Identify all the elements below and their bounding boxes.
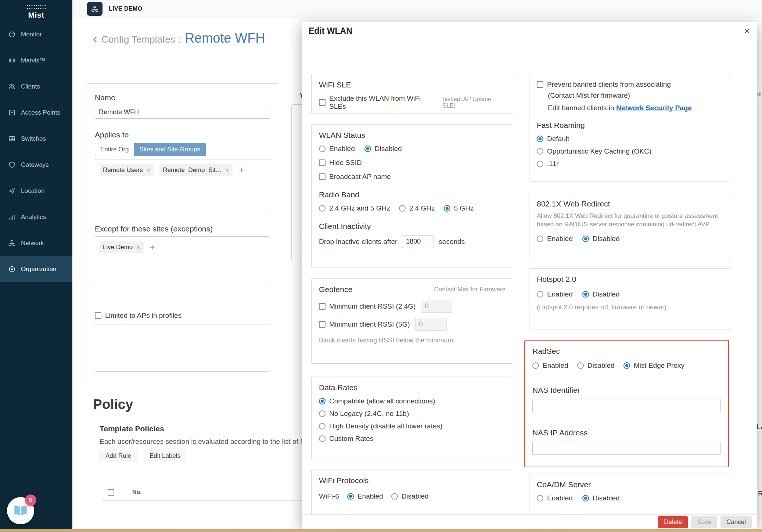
exceptions-box: Live Demo × + [95, 236, 270, 285]
mist-logo-dots [26, 4, 46, 9]
wifi6-enabled-radio[interactable]: Enabled [347, 492, 383, 500]
prevent-banned-checkbox[interactable]: Prevent banned clients from associating [537, 80, 722, 89]
name-input[interactable] [95, 106, 270, 119]
breadcrumb-back-chevron[interactable]: ‹ [93, 31, 97, 46]
organization-icon [8, 265, 16, 273]
policy-title: Policy [93, 397, 133, 412]
option-label: No Legacy (2.4G, no 11b) [329, 410, 409, 418]
access-points-icon [8, 109, 16, 116]
hotspot-enabled-radio[interactable]: Enabled [537, 290, 573, 298]
option-label: Disabled [375, 145, 402, 153]
sidebar-item-network[interactable]: Network [0, 230, 72, 256]
hide-ssid-checkbox[interactable]: Hide SSID [319, 159, 506, 167]
sidebar-item-monitor[interactable]: Monitor [0, 21, 72, 47]
edit-labels-button[interactable]: Edit Labels [144, 450, 186, 462]
fast-roaming-okc-radio[interactable]: Opportunistic Key Caching (OKC) [537, 147, 722, 155]
radio-band-dual-radio[interactable]: 2.4 GHz and 5 GHz [319, 204, 390, 212]
wifi6-disabled-radio[interactable]: Disabled [391, 492, 429, 500]
fast-roaming-default-radio[interactable]: Default [537, 135, 722, 143]
chip-remote-demo-site[interactable]: Remote_Demo_Sit… × [159, 164, 233, 176]
select-all-checkbox[interactable] [108, 489, 114, 496]
inactivity-input[interactable] [402, 235, 434, 248]
data-rates-no-legacy-radio[interactable]: No Legacy (2.4G, no 11b) [319, 410, 506, 418]
analytics-icon [8, 213, 16, 221]
data-rates-section: Data Rates Compatible (allow all connect… [311, 377, 513, 460]
fast-roaming-title: Fast Roaming [537, 121, 722, 130]
radio-icon [537, 495, 543, 502]
radio-band-5-radio[interactable]: 5 GHz [444, 204, 474, 212]
option-label: Compatible (allow all connections) [329, 397, 435, 405]
monitor-icon [8, 30, 16, 38]
chip-remote-users[interactable]: Remote Users × [100, 164, 154, 176]
wlan-status-disabled-radio[interactable]: Disabled [364, 145, 402, 153]
option-label: Enabled [357, 492, 383, 500]
sites-box: Remote Users × Remote_Demo_Sit… × + [95, 159, 270, 214]
data-rates-custom-radio[interactable]: Custom Rates [319, 435, 506, 443]
nas-ip-input[interactable] [532, 442, 721, 455]
chip-live-demo[interactable]: Live Demo × [100, 241, 144, 253]
option-label: Mist Edge Proxy [634, 362, 684, 370]
sidebar-item-analytics[interactable]: Analytics [0, 204, 72, 230]
option-label: Custom Rates [329, 435, 373, 443]
radsec-enabled-radio[interactable]: Enabled [532, 362, 568, 370]
network-security-page-link[interactable]: Network Security Page [616, 104, 692, 112]
sidebar-item-access-points[interactable]: Access Points [0, 100, 72, 126]
ap-profiles-box [95, 324, 270, 372]
radio-icon [364, 145, 371, 152]
radio-band-24-radio[interactable]: 2.4 GHz [399, 204, 435, 212]
wlan-status-enabled-radio[interactable]: Enabled [319, 145, 355, 153]
sidebar-nav: Monitor Marvis™ Clients Access Points Sw… [0, 21, 72, 282]
chip-remove-icon[interactable]: × [136, 244, 140, 251]
sidebar-item-label: Clients [21, 83, 40, 90]
radio-icon [577, 362, 584, 369]
radio-icon [537, 148, 543, 155]
sidebar-item-organization[interactable]: Organization [0, 256, 72, 282]
close-icon[interactable]: × [744, 25, 750, 36]
radio-icon [444, 205, 450, 212]
add-exception-icon[interactable]: + [150, 242, 155, 252]
wlan-status-section: WLAN Status Enabled Disabled Hide SSID B… [311, 124, 513, 267]
live-demo-label: LIVE DEMO [109, 6, 143, 12]
hotspot-title: Hotspot 2.0 [537, 275, 722, 284]
radsec-mist-edge-proxy-radio[interactable]: Mist Edge Proxy [623, 362, 684, 370]
rssi-24-checkbox[interactable]: Minimum client RSSI (2.4G) [319, 302, 416, 310]
hotspot-section: Hotspot 2.0 Enabled Disabled (Hotspot 2.… [529, 268, 730, 330]
delete-button[interactable]: Delete [658, 516, 688, 528]
wifi-protocols-section: WiFi Protocols WiFi-6 Enabled Disabled [311, 470, 513, 514]
chip-remove-icon[interactable]: × [147, 167, 151, 173]
cancel-button[interactable]: Cancel [720, 516, 752, 528]
sidebar-item-gateways[interactable]: Gateways [0, 152, 72, 178]
coa-enabled-radio[interactable]: Enabled [537, 494, 573, 502]
breadcrumb-section[interactable]: Config Templates : [101, 34, 180, 45]
hotspot-disabled-radio[interactable]: Disabled [582, 290, 620, 298]
save-button[interactable]: Save [691, 516, 717, 528]
nas-identifier-input[interactable] [532, 399, 721, 412]
sidebar-item-marvis[interactable]: Marvis™ [0, 47, 72, 73]
sidebar-item-location[interactable]: Location [0, 178, 72, 204]
add-rule-button[interactable]: Add Rule [100, 450, 137, 462]
add-site-icon[interactable]: + [238, 165, 244, 175]
rssi-5-input [415, 318, 447, 331]
radsec-disabled-radio[interactable]: Disabled [577, 362, 615, 370]
sidebar-item-switches[interactable]: Switches [0, 126, 72, 152]
open-book-icon [13, 504, 28, 517]
live-demo-org-icon[interactable] [87, 2, 103, 16]
chip-remove-icon[interactable]: × [226, 167, 230, 173]
coa-disabled-radio[interactable]: Disabled [582, 494, 620, 502]
data-rates-compatible-radio[interactable]: Compatible (allow all connections) [319, 397, 506, 405]
data-rates-high-density-radio[interactable]: High Density (disable all lower rates) [319, 422, 506, 430]
rssi-5-checkbox[interactable]: Minimum client RSSI (5G) [319, 320, 410, 328]
limited-aps-checkbox[interactable]: Limited to APs in profiles [95, 312, 270, 320]
sidebar-item-clients[interactable]: Clients [0, 73, 72, 100]
applies-sites-button[interactable]: Sites and Site Groups [134, 143, 205, 156]
applies-entire-org-button[interactable]: Entire Org [95, 143, 134, 156]
chip-label: Live Demo [103, 244, 133, 251]
web-redirect-enabled-radio[interactable]: Enabled [537, 235, 573, 243]
exclude-wifi-sle-checkbox[interactable]: Exclude this WLAN from WiFi SLEs (except… [319, 94, 506, 111]
sidebar-item-label: Organization [21, 266, 56, 273]
radio-icon [319, 410, 326, 417]
web-redirect-disabled-radio[interactable]: Disabled [582, 235, 620, 243]
fast-roaming-11r-radio[interactable]: .11r [537, 160, 722, 168]
sidebar-item-label: Location [21, 187, 44, 195]
broadcast-ap-name-checkbox[interactable]: Broadcast AP name [319, 173, 506, 181]
